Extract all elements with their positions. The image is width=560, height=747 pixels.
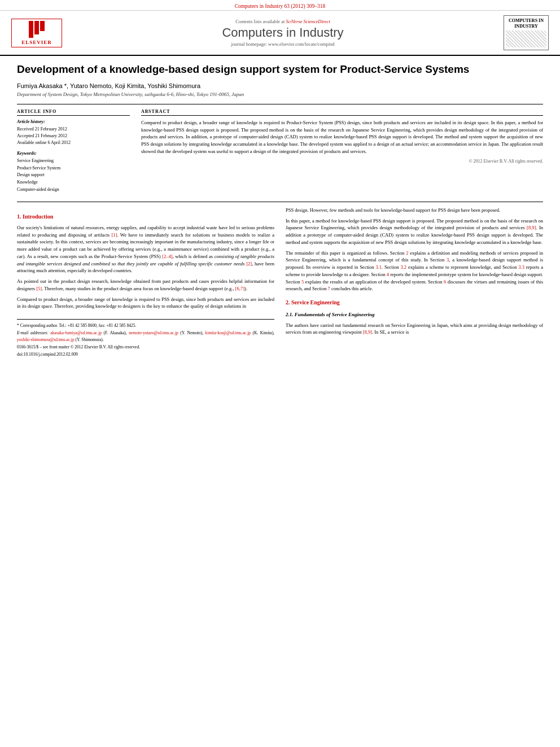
elsevier-label: ELSEVIER [21,40,52,45]
footnote-corresponding: * Corresponding author. Tel.: +81 42 585… [17,322,274,329]
abstract-title: ABSTRACT [141,109,543,116]
ref-sec4: 4 [387,272,389,277]
ref-5: [5] [36,286,42,291]
body-two-col: 1. Introduction Our society's limitation… [17,207,543,359]
section2-sub-heading: 2.1. Fundamentals of Service Engineering [286,311,543,319]
article-info: ARTICLE INFO Article history: Received 2… [17,109,130,194]
journal-homepage: journal homepage: www.elsevier.com/locat… [62,41,504,47]
ref-sec31: 3.1 [375,264,382,270]
accepted-date: Accepted 21 February 2012 [17,133,130,139]
section1-right-para2: In this paper, a method for knowledge-ba… [286,217,543,246]
section1-right-para3: The remainder of this paper is organized… [286,250,543,293]
abstract-text: Compared to product design, a broader ra… [141,119,543,155]
section1-right-para1: PSS design. However, few methods and too… [286,207,543,214]
footnote-emails: E-mail addresses: akasaka-fumiya@sd.tmu.… [17,330,274,343]
logo-pattern [506,30,546,47]
journal-logo-title: COMPUTERS ININDUSTRY [506,18,546,29]
sciverse-link[interactable]: SciVerse ScienceDirect [286,19,330,24]
ref-8-9: [8,9] [527,225,536,230]
issn-text: 0166-3615/$ – see front matter © 2012 El… [17,344,140,350]
ref-2-4: [2–4] [162,254,172,259]
paper-content: Development of a knowledge-based design … [0,56,560,370]
divider-2 [17,202,543,202]
ref-sec5: 5 [301,279,304,285]
email-shimomura[interactable]: yoshiki-shimomura@sd.tmu.ac.jp [17,337,75,342]
section1-para1: Our society's limitations of natural res… [17,224,274,274]
section2-heading: 2. Service Engineering [286,298,543,307]
article-info-title: ARTICLE INFO [17,109,130,116]
history-label: Article history: [17,119,130,124]
paper-title: Development of a knowledge-based design … [17,63,543,77]
ref-sec6: 6 [444,279,446,285]
email-akasaka[interactable]: akasaka-fumiya@sd.tmu.ac.jp [50,330,102,335]
sciverse-line: Contents lists available at SciVerse Sci… [62,19,504,24]
keywords-label: Keywords: [17,151,130,156]
section1-heading: 1. Introduction [17,212,274,221]
ref-sec7: 7 [328,286,330,291]
ref-8-9b: [8,9] [363,329,372,335]
journal-logo-box: COMPUTERS ININDUSTRY [504,15,549,50]
ref-sec32: 3.2 [400,264,406,270]
keyword-5: Computer-aided design [17,186,130,194]
section1-para2: As pointed out in the product design res… [17,278,274,292]
journal-citation: Computers in Industry 63 (2012) 309–318 [235,3,326,9]
issn-line: 0166-3615/$ – see front matter © 2012 El… [17,344,274,350]
email-nemoto[interactable]: nemoto-yutaro@sd.tmu.ac.jp [129,330,178,335]
keyword-2: Product-Service System [17,165,130,172]
doi-text: doi:10.1016/j.compind.2012.02.009 [17,352,78,357]
page-wrapper: Computers in Industry 63 (2012) 309–318 … [0,0,560,747]
ref-sec3: 3 [447,257,449,263]
copyright-line: © 2012 Elsevier B.V. All rights reserved… [141,159,543,164]
italic-definition: consisting of tangible products and inta… [17,254,274,267]
ref-sec2: 2 [406,250,408,256]
ref-2b: [2] [246,261,252,267]
section2-para1: The authors have carried out fundamental… [286,322,543,337]
ref-sec33: 3.3 [518,264,524,270]
email-label: E-mail addresses: [17,330,50,335]
section1-para3: Compared to product design, a broader ra… [17,296,274,311]
keyword-4: Knowledge [17,179,130,186]
keyword-3: Design support [17,172,130,179]
available-date: Available online 6 April 2012 [17,139,130,146]
doi-line: doi:10.1016/j.compind.2012.02.009 [17,351,274,357]
authors: Fumiya Akasaka *, Yutaro Nemoto, Koji Ki… [17,82,543,89]
logo-bars [29,21,45,38]
logo-bar-3 [40,21,45,31]
keyword-1: Service Engineering [17,158,130,165]
body-col-left: 1. Introduction Our society's limitation… [17,207,274,359]
email-kimita[interactable]: kimita-kouji@sd.tmu.ac.jp [205,330,251,335]
logo-bar-2 [34,21,39,34]
journal-center: Contents lists available at SciVerse Sci… [62,19,504,47]
logo-bar-1 [29,21,33,38]
elsevier-logo: ELSEVIER [11,19,62,47]
footnote-area: * Corresponding author. Tel.: +81 42 585… [17,319,274,357]
top-bar: Computers in Industry 63 (2012) 309–318 [0,0,560,11]
ref-6-7: [6,7] [235,286,244,291]
body-col-right: PSS design. However, few methods and too… [286,207,543,359]
divider-1 [17,104,543,104]
received-date: Received 21 February 2012 [17,126,130,133]
article-abstract-row: ARTICLE INFO Article history: Received 2… [17,109,543,194]
abstract-col: ABSTRACT Compared to product design, a b… [141,109,543,194]
journal-title: Computers in Industry [62,25,504,40]
ref-1: [1] [112,232,117,238]
journal-header: ELSEVIER Contents lists available at Sci… [0,11,560,56]
affiliation: Department of System Design, Tokyo Metro… [17,91,543,97]
